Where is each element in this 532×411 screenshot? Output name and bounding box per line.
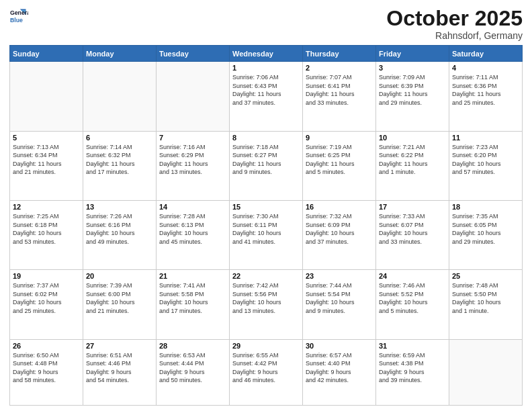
day-info: Sunrise: 7:37 AMSunset: 6:02 PMDaylight:… (13, 281, 80, 315)
day-number: 12 (13, 203, 80, 211)
table-row: 7Sunrise: 7:16 AMSunset: 6:29 PMDaylight… (157, 131, 230, 200)
day-number: 27 (86, 342, 153, 350)
table-row (157, 62, 230, 131)
day-info: Sunrise: 7:35 AMSunset: 6:05 PMDaylight:… (452, 212, 519, 246)
table-row: 16Sunrise: 7:32 AMSunset: 6:09 PMDayligh… (303, 200, 376, 269)
col-monday: Monday (83, 46, 157, 62)
calendar-table: Sunday Monday Tuesday Wednesday Thursday… (9, 45, 523, 406)
day-info: Sunrise: 7:32 AMSunset: 6:09 PMDaylight:… (306, 212, 373, 246)
day-info: Sunrise: 7:42 AMSunset: 5:56 PMDaylight:… (232, 281, 300, 315)
day-number: 21 (159, 272, 226, 280)
col-friday: Friday (376, 46, 449, 62)
table-row: 25Sunrise: 7:48 AMSunset: 5:50 PMDayligh… (449, 270, 523, 339)
day-number: 22 (232, 272, 300, 280)
day-info: Sunrise: 7:11 AMSunset: 6:36 PMDaylight:… (452, 73, 519, 107)
table-row: 12Sunrise: 7:25 AMSunset: 6:18 PMDayligh… (10, 200, 83, 269)
day-number: 28 (159, 342, 226, 350)
day-number: 20 (86, 272, 153, 280)
table-row: 15Sunrise: 7:30 AMSunset: 6:11 PMDayligh… (230, 200, 303, 269)
table-row: 24Sunrise: 7:46 AMSunset: 5:52 PMDayligh… (376, 270, 449, 339)
day-info: Sunrise: 7:39 AMSunset: 6:00 PMDaylight:… (86, 281, 153, 315)
day-info: Sunrise: 7:48 AMSunset: 5:50 PMDaylight:… (452, 281, 519, 315)
day-number: 16 (306, 203, 373, 211)
day-number: 19 (13, 272, 80, 280)
logo: General Blue (9, 7, 28, 26)
day-info: Sunrise: 7:16 AMSunset: 6:29 PMDaylight:… (159, 143, 226, 177)
day-number: 11 (452, 134, 519, 142)
day-number: 9 (306, 134, 373, 142)
day-number: 26 (13, 342, 80, 350)
day-info: Sunrise: 7:14 AMSunset: 6:32 PMDaylight:… (86, 143, 153, 177)
col-tuesday: Tuesday (157, 46, 230, 62)
table-row: 26Sunrise: 6:50 AMSunset: 4:48 PMDayligh… (10, 339, 83, 405)
svg-text:Blue: Blue (10, 17, 23, 24)
day-number: 3 (379, 64, 446, 72)
calendar-header-row: Sunday Monday Tuesday Wednesday Thursday… (10, 46, 523, 62)
day-info: Sunrise: 7:46 AMSunset: 5:52 PMDaylight:… (379, 281, 446, 315)
table-row: 21Sunrise: 7:41 AMSunset: 5:58 PMDayligh… (157, 270, 230, 339)
table-row (83, 62, 157, 131)
page-container: General Blue October 2025 Rahnsdorf, Ger… (0, 0, 532, 411)
header: General Blue October 2025 Rahnsdorf, Ger… (9, 7, 523, 41)
day-info: Sunrise: 7:44 AMSunset: 5:54 PMDaylight:… (306, 281, 373, 315)
col-wednesday: Wednesday (230, 46, 303, 62)
day-number: 13 (86, 203, 153, 211)
table-row: 13Sunrise: 7:26 AMSunset: 6:16 PMDayligh… (83, 200, 157, 269)
day-info: Sunrise: 7:19 AMSunset: 6:25 PMDaylight:… (306, 143, 373, 177)
title-block: October 2025 Rahnsdorf, Germany (386, 7, 523, 41)
table-row: 1Sunrise: 7:06 AMSunset: 6:43 PMDaylight… (230, 62, 303, 131)
day-number: 30 (306, 342, 373, 350)
day-number: 5 (13, 134, 80, 142)
day-number: 4 (452, 64, 519, 72)
table-row: 31Sunrise: 6:59 AMSunset: 4:38 PMDayligh… (376, 339, 449, 405)
day-number: 14 (159, 203, 226, 211)
table-row: 10Sunrise: 7:21 AMSunset: 6:22 PMDayligh… (376, 131, 449, 200)
day-info: Sunrise: 6:51 AMSunset: 4:46 PMDaylight:… (86, 351, 153, 385)
table-row: 22Sunrise: 7:42 AMSunset: 5:56 PMDayligh… (230, 270, 303, 339)
day-info: Sunrise: 7:09 AMSunset: 6:39 PMDaylight:… (379, 73, 446, 107)
day-info: Sunrise: 6:59 AMSunset: 4:38 PMDaylight:… (379, 351, 446, 385)
table-row: 9Sunrise: 7:19 AMSunset: 6:25 PMDaylight… (303, 131, 376, 200)
day-info: Sunrise: 6:55 AMSunset: 4:42 PMDaylight:… (232, 351, 300, 385)
day-number: 10 (379, 134, 446, 142)
table-row (449, 339, 523, 405)
day-info: Sunrise: 6:57 AMSunset: 4:40 PMDaylight:… (306, 351, 373, 385)
table-row: 23Sunrise: 7:44 AMSunset: 5:54 PMDayligh… (303, 270, 376, 339)
table-row: 8Sunrise: 7:18 AMSunset: 6:27 PMDaylight… (230, 131, 303, 200)
day-number: 6 (86, 134, 153, 142)
table-row: 5Sunrise: 7:13 AMSunset: 6:34 PMDaylight… (10, 131, 83, 200)
table-row: 20Sunrise: 7:39 AMSunset: 6:00 PMDayligh… (83, 270, 157, 339)
day-info: Sunrise: 7:33 AMSunset: 6:07 PMDaylight:… (379, 212, 446, 246)
day-number: 24 (379, 272, 446, 280)
day-info: Sunrise: 7:21 AMSunset: 6:22 PMDaylight:… (379, 143, 446, 177)
day-number: 18 (452, 203, 519, 211)
day-info: Sunrise: 7:41 AMSunset: 5:58 PMDaylight:… (159, 281, 226, 315)
table-row: 19Sunrise: 7:37 AMSunset: 6:02 PMDayligh… (10, 270, 83, 339)
day-number: 1 (232, 64, 300, 72)
day-info: Sunrise: 6:50 AMSunset: 4:48 PMDaylight:… (13, 351, 80, 385)
table-row: 28Sunrise: 6:53 AMSunset: 4:44 PMDayligh… (157, 339, 230, 405)
day-info: Sunrise: 7:13 AMSunset: 6:34 PMDaylight:… (13, 143, 80, 177)
day-info: Sunrise: 7:26 AMSunset: 6:16 PMDaylight:… (86, 212, 153, 246)
day-number: 15 (232, 203, 300, 211)
day-info: Sunrise: 7:23 AMSunset: 6:20 PMDaylight:… (452, 143, 519, 177)
day-number: 2 (306, 64, 373, 72)
table-row (10, 62, 83, 131)
day-number: 8 (232, 134, 300, 142)
table-row: 6Sunrise: 7:14 AMSunset: 6:32 PMDaylight… (83, 131, 157, 200)
day-number: 31 (379, 342, 446, 350)
table-row: 11Sunrise: 7:23 AMSunset: 6:20 PMDayligh… (449, 131, 523, 200)
day-number: 7 (159, 134, 226, 142)
day-info: Sunrise: 7:18 AMSunset: 6:27 PMDaylight:… (232, 143, 300, 177)
svg-text:General: General (10, 9, 28, 16)
table-row: 3Sunrise: 7:09 AMSunset: 6:39 PMDaylight… (376, 62, 449, 131)
day-number: 17 (379, 203, 446, 211)
table-row: 18Sunrise: 7:35 AMSunset: 6:05 PMDayligh… (449, 200, 523, 269)
col-sunday: Sunday (10, 46, 83, 62)
table-row: 2Sunrise: 7:07 AMSunset: 6:41 PMDaylight… (303, 62, 376, 131)
table-row: 30Sunrise: 6:57 AMSunset: 4:40 PMDayligh… (303, 339, 376, 405)
day-info: Sunrise: 7:07 AMSunset: 6:41 PMDaylight:… (306, 73, 373, 107)
col-saturday: Saturday (449, 46, 523, 62)
day-number: 25 (452, 272, 519, 280)
month-title: October 2025 (386, 7, 523, 30)
